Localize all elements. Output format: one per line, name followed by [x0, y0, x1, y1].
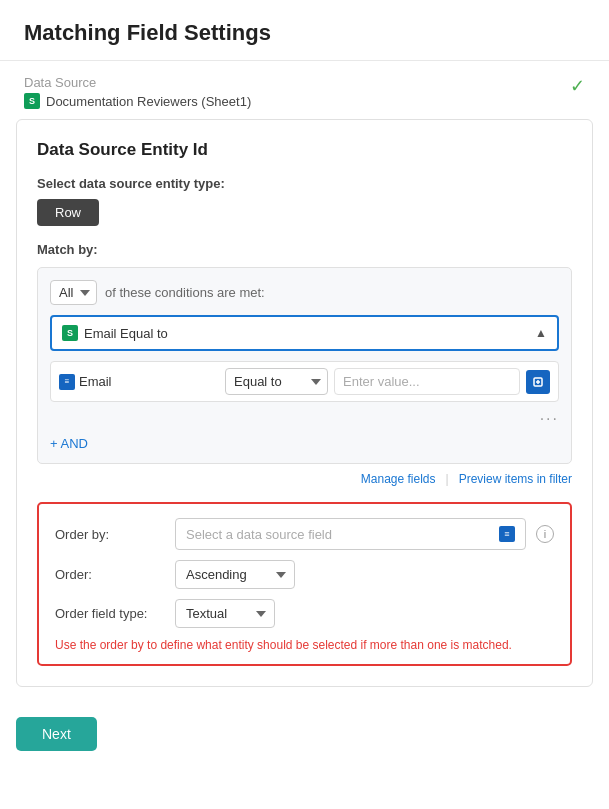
filter-field: ≡ Email	[59, 374, 219, 390]
order-select[interactable]: Ascending Descending	[175, 560, 295, 589]
more-options-icon[interactable]: ···	[540, 410, 559, 428]
email-field-icon: S	[62, 325, 78, 341]
data-source-name: S Documentation Reviewers (Sheet1)	[24, 93, 251, 109]
email-dropdown-label: Email Equal to	[84, 326, 168, 341]
info-icon[interactable]: i	[536, 525, 554, 543]
next-button[interactable]: Next	[16, 717, 97, 751]
data-source-section: Data Source S Documentation Reviewers (S…	[0, 61, 609, 119]
and-link[interactable]: + AND	[50, 436, 88, 451]
chevron-up-icon: ▲	[535, 326, 547, 340]
order-by-placeholder: Select a data source field	[186, 527, 332, 542]
conditions-box: All of these conditions are met: S Email…	[37, 267, 572, 464]
email-dropdown-inner: S Email Equal to	[62, 325, 168, 341]
order-by-row: Order by: Select a data source field ≡ i	[55, 518, 554, 550]
filter-row: ≡ Email Equal to Not equal to Contains	[50, 361, 559, 402]
email-equal-dropdown[interactable]: S Email Equal to ▲	[50, 315, 559, 351]
field-list-icon: ≡	[499, 526, 515, 542]
order-by-select[interactable]: Select a data source field ≡	[175, 518, 526, 550]
order-field-type-row: Order field type: Textual Numeric Date	[55, 599, 554, 628]
check-icon: ✓	[570, 75, 585, 97]
data-source-label: Data Source	[24, 75, 251, 90]
order-field-type-select[interactable]: Textual Numeric Date	[175, 599, 275, 628]
email-icon: ≡	[59, 374, 75, 390]
preview-items-link[interactable]: Preview items in filter	[459, 472, 572, 486]
order-label: Order:	[55, 567, 165, 582]
order-row: Order: Ascending Descending	[55, 560, 554, 589]
main-card: Data Source Entity Id Select data source…	[16, 119, 593, 687]
manage-fields-link[interactable]: Manage fields	[361, 472, 436, 486]
card-title: Data Source Entity Id	[37, 140, 572, 160]
match-by-label: Match by:	[37, 242, 572, 257]
filter-field-label: Email	[79, 374, 112, 389]
value-input[interactable]	[334, 368, 520, 395]
operator-select[interactable]: Equal to Not equal to Contains	[225, 368, 328, 395]
all-conditions-select[interactable]: All	[50, 280, 97, 305]
entity-type-label: Select data source entity type:	[37, 176, 572, 191]
add-field-button[interactable]	[526, 370, 550, 394]
conditions-header: All of these conditions are met:	[50, 280, 559, 305]
divider: |	[446, 472, 449, 486]
filter-footer: Manage fields | Preview items in filter	[37, 472, 572, 486]
conditions-text: of these conditions are met:	[105, 285, 265, 300]
data-source-value: Documentation Reviewers (Sheet1)	[46, 94, 251, 109]
page-header: Matching Field Settings	[0, 0, 609, 61]
order-section: Order by: Select a data source field ≡ i…	[37, 502, 572, 666]
page-title: Matching Field Settings	[24, 20, 585, 46]
row-button[interactable]: Row	[37, 199, 99, 226]
order-field-type-label: Order field type:	[55, 606, 165, 621]
more-options: ···	[50, 410, 559, 428]
order-hint: Use the order by to define what entity s…	[55, 638, 554, 652]
order-by-label: Order by:	[55, 527, 165, 542]
order-field-inner: Select a data source field	[186, 527, 332, 542]
sheet-icon: S	[24, 93, 40, 109]
